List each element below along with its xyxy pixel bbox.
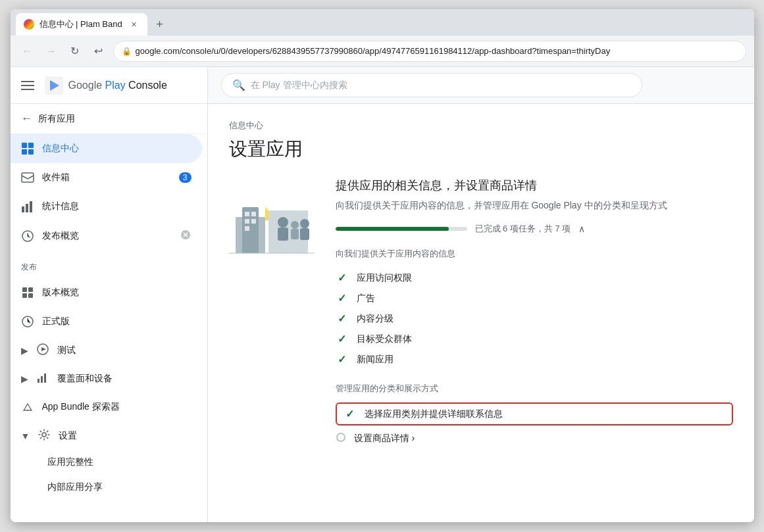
svg-point-34 <box>278 217 288 228</box>
stats-icon <box>21 200 34 213</box>
svg-rect-10 <box>30 201 32 212</box>
releases-icon <box>21 286 34 299</box>
gpc-logo-text: Google Play Console <box>68 80 167 91</box>
sidebar-item-label-dashboard: 信息中心 <box>42 143 79 155</box>
sidebar-item-testing[interactable]: ▶ 测试 <box>11 336 207 364</box>
sidebar-item-coverage[interactable]: ▶ 覆盖面和设备 <box>11 364 207 393</box>
inbox-badge: 3 <box>179 172 191 183</box>
sidebar-item-inbox[interactable]: 收件箱 3 <box>11 163 202 192</box>
svg-point-41 <box>337 433 345 441</box>
back-to-all-apps[interactable]: ← 所有应用 <box>11 104 207 134</box>
task-label-1: 广告 <box>357 293 375 304</box>
sidebar-item-label-testing: 测试 <box>57 345 76 356</box>
active-tab[interactable]: 信息中心 | Plam Band × <box>16 13 147 36</box>
coverage-expand-arrow: ▶ <box>21 374 28 384</box>
publish-disabled-icon <box>180 229 191 243</box>
svg-rect-15 <box>22 287 27 292</box>
task-item-3: ✓ 目标受众群体 <box>336 329 733 349</box>
forward-button[interactable]: → <box>42 42 61 60</box>
sidebar-sub-item-app-integrity[interactable]: 应用完整性 <box>11 450 207 475</box>
sidebar-item-settings[interactable]: ▼ 设置 <box>11 422 207 450</box>
settings-expand-arrow: ▼ <box>21 431 30 441</box>
tasks-group-label: 向我们提供关于应用内容的信息 <box>336 248 733 260</box>
hamburger-menu[interactable] <box>21 78 37 93</box>
inbox-icon <box>21 171 34 184</box>
sidebar-item-label-coverage: 覆盖面和设备 <box>57 373 113 385</box>
back-label: 所有应用 <box>38 113 75 125</box>
history-icon: ↩ <box>94 45 103 57</box>
sidebar-sub-item-internal-share[interactable]: 内部应用分享 <box>11 475 207 500</box>
appbundle-icon <box>21 400 34 414</box>
task-check-icon-2: ✓ <box>336 312 349 325</box>
progress-text: 已完成 6 项任务，共 7 项 <box>475 223 571 235</box>
url-bar[interactable]: 🔒 google.com/console/u/0/developers/6288… <box>113 41 746 62</box>
task-item-1: ✓ 广告 <box>336 288 733 308</box>
svg-point-38 <box>300 219 309 228</box>
manage-task-item-1[interactable]: 设置商品详情 › <box>336 428 733 448</box>
task-circle-icon <box>336 432 346 445</box>
sidebar-item-label-appbundle: App Bundle 探索器 <box>42 401 120 413</box>
sidebar-item-production[interactable]: 正式版 <box>11 307 202 336</box>
task-check-icon-3: ✓ <box>336 333 349 345</box>
refresh-icon: ↻ <box>70 45 79 57</box>
manage-task-label-0: 选择应用类别并提供详细联系信息 <box>365 408 503 420</box>
svg-rect-23 <box>44 374 46 383</box>
svg-rect-18 <box>28 293 33 298</box>
task-item-0: ✓ 应用访问权限 <box>336 268 733 288</box>
back-button[interactable]: ← <box>18 42 37 60</box>
progress-chevron[interactable]: ∧ <box>578 224 585 234</box>
task-check-icon-1: ✓ <box>336 292 349 304</box>
task-label-0: 应用访问权限 <box>357 272 412 284</box>
task-label-2: 内容分级 <box>357 313 394 325</box>
svg-rect-28 <box>251 212 256 216</box>
svg-rect-9 <box>26 204 28 212</box>
refresh-button[interactable]: ↻ <box>66 42 84 60</box>
main-layout: Google Play Console ← 所有应用 信息中心 <box>11 67 754 522</box>
sidebar-item-stats[interactable]: 统计信息 <box>11 192 202 221</box>
lock-icon: 🔒 <box>122 47 132 56</box>
svg-rect-39 <box>300 228 309 240</box>
sidebar-item-releases[interactable]: 版本概览 <box>11 278 202 307</box>
manage-task-highlighted[interactable]: ✓ 选择应用类别并提供详细联系信息 <box>336 402 733 425</box>
forward-icon: → <box>46 45 57 57</box>
content-search-bar: 🔍 在 Play 管理中心内搜索 <box>208 67 754 104</box>
testing-icon <box>36 343 49 358</box>
svg-point-36 <box>291 221 299 229</box>
search-wrapper[interactable]: 🔍 在 Play 管理中心内搜索 <box>221 73 642 97</box>
card-desc: 向我们提供关于应用内容的信息，并管理应用在 Google Play 中的分类和呈… <box>336 199 733 212</box>
svg-rect-5 <box>22 149 27 155</box>
tab-bar: 信息中心 | Plam Band × + <box>11 9 754 36</box>
url-text: google.com/console/u/0/developers/628843… <box>136 46 611 56</box>
sidebar-item-label-releases: 版本概览 <box>42 287 79 299</box>
sidebar-item-dashboard[interactable]: 信息中心 <box>11 134 202 163</box>
tab-label: 信息中心 | Plam Band <box>39 18 122 30</box>
manage-task-label-1: 设置商品详情 › <box>354 433 415 445</box>
content-body: 信息中心 设置应用 <box>208 104 754 522</box>
search-placeholder: 在 Play 管理中心内搜索 <box>251 80 347 91</box>
history-button[interactable]: ↩ <box>89 42 108 60</box>
svg-rect-29 <box>245 219 249 224</box>
back-arrow-icon: ← <box>21 112 33 126</box>
sidebar-item-appbundle[interactable]: App Bundle 探索器 <box>11 393 202 422</box>
card-title: 提供应用的相关信息，并设置商品详情 <box>336 178 733 193</box>
tab-close-button[interactable]: × <box>129 19 140 30</box>
setup-card: 提供应用的相关信息，并设置商品详情 向我们提供关于应用内容的信息，并管理应用在 … <box>229 178 733 448</box>
svg-rect-7 <box>22 173 34 182</box>
svg-rect-35 <box>278 228 288 241</box>
publish-section-label: 发布 <box>11 251 207 278</box>
coverage-icon <box>36 371 49 386</box>
progress-bar-section: 已完成 6 项任务，共 7 项 ∧ <box>336 223 733 235</box>
card-illustration <box>229 178 315 256</box>
svg-rect-37 <box>291 229 299 239</box>
new-tab-button[interactable]: + <box>149 13 171 36</box>
task-label-3: 目标受众群体 <box>357 333 412 345</box>
play-console-logo-icon <box>45 76 63 95</box>
svg-rect-22 <box>41 376 43 383</box>
task-check-icon-4: ✓ <box>336 353 349 366</box>
sidebar-item-label-publish: 发布概览 <box>42 230 79 242</box>
svg-rect-27 <box>245 212 249 216</box>
sidebar-item-label-stats: 统计信息 <box>42 201 79 212</box>
manage-group-label: 管理应用的分类和展示方式 <box>336 383 733 395</box>
internal-share-label: 内部应用分享 <box>47 481 103 492</box>
sidebar-item-publish-overview[interactable]: 发布概览 <box>11 221 202 251</box>
